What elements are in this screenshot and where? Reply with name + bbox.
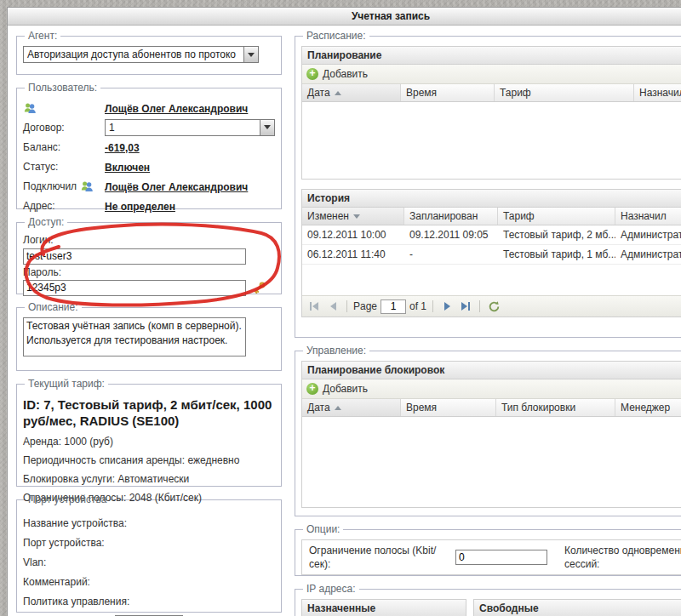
login-label: Логин:	[23, 234, 275, 246]
history-panel-title: История	[302, 190, 681, 208]
contract-label: Договор:	[23, 122, 105, 134]
balance-label: Баланс:	[23, 141, 105, 153]
history-row[interactable]: 06.12.2011 11:40 - Тестовый тариф, 1 мб.…	[302, 245, 681, 265]
history-pager: Page of 1	[302, 295, 681, 317]
options-legend: Опции:	[303, 523, 343, 535]
schedule-legend: Расписание:	[303, 30, 369, 42]
history-col-changed[interactable]: Изменен	[302, 208, 404, 225]
connected-by-label: Подключил	[23, 180, 77, 192]
contract-selected-option: 1	[106, 120, 260, 135]
tariff-periodicity: Периодичность списания аренды: ежедневно	[23, 454, 275, 466]
add-icon	[306, 383, 318, 395]
add-icon	[306, 68, 318, 80]
blocking-panel: Планирование блокировок Добавить Дата Вр…	[301, 361, 681, 508]
agent-select[interactable]: Авторизация доступа абонентов по протоко	[23, 46, 259, 63]
connected-by-link[interactable]: Лощёв Олег Александрович	[105, 181, 248, 193]
status-link[interactable]: Включен	[105, 162, 150, 174]
sort-asc-icon	[335, 91, 341, 95]
address-label: Адрес:	[23, 200, 105, 212]
access-legend: Доступ:	[25, 216, 67, 228]
user-legend: Пользователь:	[25, 82, 100, 94]
free-ip-title: Свободные	[474, 600, 681, 616]
address-link[interactable]: Не определен	[105, 201, 175, 213]
planning-col-date[interactable]: Дата	[302, 84, 401, 101]
policy-label: Политика управления:	[23, 596, 275, 607]
assigned-ip-title: Назначенные	[302, 600, 466, 616]
tariff-fieldset: Текущий тариф: ID: 7, Тестовый тариф, 2 …	[16, 378, 282, 487]
planning-grid-body	[302, 102, 681, 179]
blocking-col-type[interactable]: Тип блокировки	[496, 399, 615, 416]
options-fieldset: Опции: Ограничение полосы (Kbit/сек): Ко…	[295, 523, 681, 576]
planning-col-assigned-by[interactable]: Назначил	[634, 84, 681, 101]
pager-of-label: of 1	[409, 300, 426, 312]
vlan-label: Vlan:	[23, 556, 275, 568]
sort-desc-icon	[353, 214, 360, 219]
tariff-blocking: Блокировка услуги: Автоматически	[23, 473, 275, 485]
device-port-label: Порт устройства:	[23, 537, 275, 549]
agent-legend: Агент:	[25, 30, 60, 42]
pager-page-input[interactable]	[381, 299, 406, 314]
bandwidth-limit-input[interactable]	[455, 550, 547, 565]
contract-select[interactable]: 1	[105, 119, 275, 136]
dropdown-arrow-icon[interactable]	[260, 120, 274, 135]
right-column: Расписание: Планирование Добавить Дата В	[295, 30, 681, 616]
history-col-planned[interactable]: Запланирован	[404, 208, 498, 225]
assigned-ip-panel: Назначенные	[301, 599, 466, 616]
pager-last-icon[interactable]	[458, 299, 473, 313]
comment-label: Комментарий:	[23, 576, 275, 588]
blocking-add-label: Добавить	[323, 383, 368, 395]
password-label: Пароль:	[23, 266, 275, 278]
history-col-assigned-by[interactable]: Назначил	[615, 208, 681, 225]
blocking-col-date[interactable]: Дата	[302, 399, 401, 416]
planning-add-button[interactable]: Добавить	[306, 68, 368, 80]
account-window: Учетная запись Агент: Авторизация доступ…	[7, 7, 681, 616]
history-grid-body	[302, 265, 681, 295]
key-icon[interactable]	[253, 281, 266, 294]
tariff-rent: Аренда: 1000 (руб)	[23, 436, 275, 448]
schedule-fieldset: Расписание: Планирование Добавить Дата В	[295, 30, 681, 338]
device-port-fieldset: Порт устройства Название устройства: Пор…	[16, 493, 282, 613]
pager-prev-icon[interactable]	[325, 299, 340, 313]
tariff-title: ID: 7, Тестовый тариф, 2 мбит/сек, 1000 …	[23, 396, 275, 429]
blocking-add-button[interactable]: Добавить	[306, 383, 368, 395]
planning-add-label: Добавить	[323, 68, 368, 80]
pager-next-icon[interactable]	[439, 299, 455, 313]
management-legend: Управление:	[303, 345, 369, 356]
password-input[interactable]	[23, 280, 246, 296]
sort-asc-icon	[335, 406, 341, 410]
pager-first-icon[interactable]	[306, 299, 322, 313]
history-col-tariff[interactable]: Тариф	[498, 208, 615, 225]
blocking-panel-title: Планирование блокировок	[302, 362, 681, 379]
description-legend: Описание:	[25, 301, 82, 313]
pager-page-label: Page	[353, 300, 377, 312]
login-input[interactable]	[23, 248, 246, 265]
description-textarea[interactable]: Тестовая учётная запись (комп в серверно…	[23, 317, 246, 356]
bandwidth-limit-label: Ограничение полосы (Kbit/сек):	[302, 542, 449, 573]
balance-link[interactable]: -619,03	[105, 142, 140, 154]
blocking-col-time[interactable]: Время	[401, 399, 496, 416]
user-group-icon	[80, 180, 94, 193]
window-title: Учетная запись	[8, 8, 681, 26]
device-name-label: Название устройства:	[23, 517, 275, 529]
planning-col-tariff[interactable]: Тариф	[495, 84, 634, 101]
user-fieldset: Пользователь: Лощёв Олег Александрович Д…	[16, 82, 282, 209]
description-fieldset: Описание: Тестовая учётная запись (комп …	[16, 301, 282, 371]
history-panel: История Изменен Запланирован Тариф Назна…	[301, 189, 681, 317]
tariff-legend: Текущий тариф:	[25, 378, 108, 390]
history-row[interactable]: 09.12.2011 10:00 09.12.2011 09:05 Тестов…	[302, 225, 681, 245]
free-ip-panel: Свободные	[473, 599, 681, 616]
access-fieldset: Доступ: Логин: Пароль:	[16, 216, 282, 294]
user-name-link[interactable]: Лощёв Олег Александрович	[105, 103, 248, 115]
ip-addresses-fieldset: IP адреса: Назначенные Свободные	[295, 583, 681, 616]
dropdown-arrow-icon[interactable]	[243, 47, 258, 62]
status-label: Статус:	[23, 161, 105, 173]
refresh-icon[interactable]	[486, 299, 501, 313]
planning-panel-title: Планирование	[302, 47, 681, 65]
device-port-legend: Порт устройства	[25, 493, 110, 505]
blocking-grid-body	[302, 417, 681, 507]
planning-col-time[interactable]: Время	[401, 84, 495, 101]
blocking-col-manager[interactable]: Менеджер	[615, 399, 681, 416]
agent-selected-option: Авторизация доступа абонентов по протоко	[24, 47, 243, 62]
agent-fieldset: Агент: Авторизация доступа абонентов по …	[16, 30, 282, 75]
left-column: Агент: Авторизация доступа абонентов по …	[16, 30, 282, 613]
